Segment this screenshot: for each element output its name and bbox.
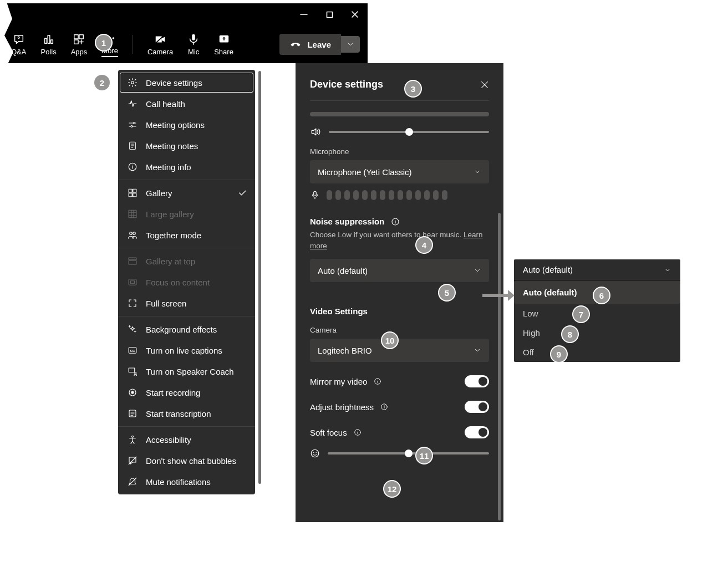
share-screen-icon — [218, 33, 230, 45]
qa-button[interactable]: Q&A — [11, 33, 26, 56]
badge-12: 12 — [384, 481, 400, 497]
apps-button[interactable]: Apps — [71, 33, 88, 56]
svg-rect-34 — [130, 281, 135, 284]
microphone-value: Microphone (Yeti Classic) — [318, 167, 412, 177]
soft-focus-row: Soft focus — [310, 426, 489, 438]
dropdown-current-value: Auto (default) — [523, 265, 573, 274]
camera-off-icon — [154, 33, 166, 45]
menu-gallery[interactable]: Gallery — [118, 182, 255, 203]
menu-label: Don't show chat bubbles — [146, 456, 236, 466]
mic-toggle[interactable]: Mic — [187, 33, 200, 56]
hangup-icon — [289, 38, 302, 50]
menu-accessibility[interactable]: Accessibility — [118, 429, 255, 450]
record-icon — [127, 387, 138, 398]
chat-question-icon — [13, 33, 25, 45]
menu-meeting-notes[interactable]: Meeting notes — [118, 135, 255, 156]
noise-suppression-heading: Noise suppression — [310, 217, 489, 226]
microphone-select[interactable]: Microphone (Yeti Classic) — [310, 160, 489, 183]
gallery-top-icon — [127, 256, 138, 267]
noise-title: Noise suppression — [310, 217, 384, 226]
apps-label: Apps — [71, 48, 88, 56]
soft-focus-slider[interactable] — [328, 452, 489, 454]
menu-speaker-coach[interactable]: Turn on Speaker Coach — [118, 361, 255, 382]
leave-button[interactable]: Leave — [279, 34, 341, 55]
speaker-volume-slider[interactable] — [329, 131, 489, 133]
brightness-toggle[interactable] — [465, 401, 489, 413]
svg-rect-8 — [50, 39, 53, 43]
menu-hide-chat-bubbles[interactable]: Don't show chat bubbles — [118, 450, 255, 471]
dropdown-option-high[interactable]: High — [514, 323, 680, 343]
badge-5: 5 — [439, 285, 455, 300]
grid-icon — [127, 187, 138, 198]
menu-meeting-options[interactable]: Meeting options — [118, 114, 255, 135]
svg-rect-32 — [129, 261, 136, 264]
menu-scrollbar[interactable] — [258, 71, 261, 484]
menu-label: Accessibility — [146, 435, 191, 445]
close-window-button[interactable] — [342, 3, 368, 25]
svg-point-30 — [133, 232, 136, 235]
speaker-icon — [310, 126, 321, 137]
menu-meeting-info[interactable]: Meeting info — [118, 156, 255, 177]
meeting-window: Q&A Polls Apps More Camera Mic Share — [3, 3, 368, 63]
svg-rect-24 — [129, 189, 132, 192]
menu-together-mode[interactable]: Together mode — [118, 224, 255, 246]
leave-label: Leave — [307, 40, 331, 49]
speaker-level-bar — [310, 112, 489, 116]
menu-label: Meeting info — [146, 162, 191, 172]
svg-point-54 — [316, 452, 317, 453]
badge-7: 7 — [573, 307, 589, 322]
menu-call-health[interactable]: Call health — [118, 93, 255, 114]
badge-1: 1 — [96, 35, 111, 50]
menu-label: Large gallery — [146, 210, 194, 219]
share-button[interactable]: Share — [214, 33, 233, 56]
apps-icon — [73, 33, 85, 45]
people-icon — [127, 229, 138, 241]
camera-toggle[interactable]: Camera — [147, 33, 173, 56]
info-icon[interactable] — [374, 377, 381, 385]
close-panel-button[interactable] — [480, 80, 489, 89]
menu-label: Focus on content — [146, 278, 210, 287]
svg-rect-31 — [129, 258, 136, 260]
poll-icon — [43, 33, 55, 45]
camera-label: Camera — [310, 326, 489, 334]
camera-select[interactable]: Logitech BRIO — [310, 339, 489, 362]
menu-background-effects[interactable]: Background effects — [118, 319, 255, 340]
menu-live-captions[interactable]: CC Turn on live captions — [118, 340, 255, 361]
microphone-label: Microphone — [310, 147, 489, 156]
menu-separator — [118, 426, 255, 427]
info-icon[interactable] — [380, 403, 388, 411]
svg-rect-28 — [129, 210, 136, 218]
menu-mute-notifications[interactable]: Mute notifications — [118, 471, 255, 492]
leave-group: Leave — [279, 34, 360, 55]
svg-point-21 — [131, 126, 133, 127]
mic-small-icon — [310, 190, 320, 200]
dropdown-option-off[interactable]: Off — [514, 343, 680, 362]
dropdown-current[interactable]: Auto (default) — [514, 259, 680, 280]
dropdown-option-low[interactable]: Low — [514, 304, 680, 323]
svg-rect-47 — [314, 191, 317, 196]
soft-focus-toggle[interactable] — [465, 426, 489, 438]
noise-suppression-select[interactable]: Auto (default) — [310, 259, 489, 282]
menu-start-recording[interactable]: Start recording — [118, 382, 255, 403]
polls-button[interactable]: Polls — [40, 33, 56, 56]
mirror-toggle[interactable] — [465, 375, 489, 387]
accessibility-icon — [127, 434, 138, 445]
menu-start-transcription[interactable]: Start transcription — [118, 403, 255, 424]
maximize-button[interactable] — [317, 3, 342, 25]
info-icon[interactable] — [391, 217, 400, 226]
svg-rect-10 — [79, 34, 83, 38]
svg-rect-26 — [129, 193, 132, 197]
minimize-button[interactable] — [291, 3, 317, 25]
leave-options-button[interactable] — [341, 36, 360, 53]
menu-label: Gallery — [146, 188, 172, 198]
panel-scrollbar[interactable] — [498, 213, 501, 520]
mic-label: Mic — [188, 48, 199, 56]
menu-full-screen[interactable]: Full screen — [118, 293, 255, 314]
menu-label: Mute notifications — [146, 477, 211, 487]
focus-icon — [127, 277, 138, 288]
info-icon[interactable] — [354, 428, 362, 436]
menu-device-settings[interactable]: Device settings — [120, 73, 253, 92]
svg-point-14 — [113, 37, 115, 39]
bell-off-icon — [127, 476, 138, 487]
chat-off-icon — [127, 455, 138, 466]
